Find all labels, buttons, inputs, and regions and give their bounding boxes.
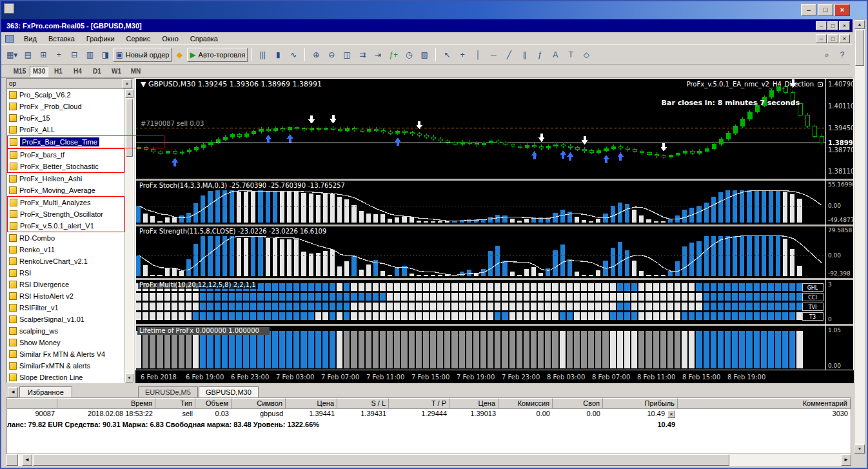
cursor-button[interactable]: ↖ [439,48,455,62]
timeframe-d1-button[interactable]: D1 [88,66,106,77]
order-cell[interactable]: 0.00 [498,409,553,420]
navigator-item[interactable]: RSI HistoAlert v2 [7,290,124,302]
navigator-item[interactable]: Show Money [7,337,124,348]
navigator-item[interactable]: ProFx_v.5.0.1_alert_V1 [8,220,124,232]
chart-dropdown-button[interactable]: ▦▾ [4,48,20,62]
timeframe-w1-button[interactable]: W1 [107,66,126,77]
mdi-close-button[interactable]: × [839,21,850,30]
hscroll-track[interactable] [730,454,841,466]
channel-button[interactable]: ∥ [517,48,532,62]
data-window-button[interactable]: + [51,48,66,62]
order-cell[interactable]: gbpusd [232,409,286,420]
horizontal-scrollbar[interactable]: ◄ ► [6,454,851,466]
navigator-item[interactable]: Pro_Scalp_V6.2 [7,89,124,101]
navigator-item[interactable]: scalping_ws [7,325,124,337]
profiles-button[interactable]: ▤ [20,48,35,62]
navigator-item[interactable]: ProFx _Prob_Cloud [7,101,124,112]
menu-item[interactable]: Вид [18,34,43,44]
indicators-button[interactable]: ƒ+ [386,48,401,62]
vertical-line-button[interactable]: │ [470,48,486,62]
autotrading-button[interactable]: ▶Авто-торговля [187,48,248,62]
navigator-item[interactable]: SimilarFxMTN & alerts [7,360,124,372]
navigator-item[interactable]: RenkoLiveChart_v2.1 [7,255,124,267]
trendline-button[interactable]: ╱ [501,48,517,62]
menu-item[interactable]: Вставка [43,34,81,44]
mdi-minimize-button[interactable]: – [816,34,827,43]
order-cell[interactable]: 90087 [7,409,57,420]
timeframe-m15-button[interactable]: M15 [10,66,29,77]
order-cell[interactable]: 0.03 [195,409,232,420]
order-cell[interactable]: 1.39441 [286,409,337,420]
navigator-item[interactable]: ProFx_Multi_Analyzes [8,197,124,208]
navigator-item[interactable]: ProFx_Bar_Close_Time [8,136,164,148]
vscroll-track[interactable] [854,66,865,444]
open-order-row[interactable]: 900872018.02.08 18:53:22sell0.03gbpusd1.… [7,409,851,420]
new-order-button[interactable]: ▣Новый ордер [113,48,172,62]
label-button[interactable]: T [563,48,578,62]
navigator-item[interactable]: RSI [7,267,124,279]
shapes-button[interactable]: ◇ [578,48,594,62]
chart-menu-icon[interactable] [5,35,14,43]
navigator-item[interactable]: Slope Direction Line [7,372,124,383]
navigator-item[interactable]: RSIFilter_v1 [7,302,124,314]
navigator-button[interactable]: ⊟ [66,48,82,62]
navigator-item[interactable]: ProFx_ALL [7,124,124,135]
text-button[interactable]: A [547,48,563,62]
menu-item[interactable]: Графики [81,34,121,44]
order-cell[interactable]: 3030 [678,409,851,420]
scroll-right-icon[interactable]: ► [841,454,851,466]
chart-area[interactable]: ▼ GBPUSD,M30 1.39245 1.39306 1.38969 1.3… [135,78,854,383]
market-watch-button[interactable]: ⊞ [35,48,51,62]
maximize-button[interactable]: □ [818,4,833,16]
close-position-icon[interactable]: × [667,410,675,418]
order-cell[interactable]: 1.39431 [337,409,389,420]
horizontal-line-button[interactable]: ─ [486,48,501,62]
line-chart-button[interactable]: ∿ [286,48,301,62]
navigator-item[interactable]: ProFx_Strength_Oscillator [8,208,124,220]
navigator-item[interactable]: Renko_v11 [7,244,124,255]
mdi-minimize-button[interactable]: – [816,21,827,30]
navigator-item[interactable]: RSI Divergence [7,279,124,290]
navigator-close-icon[interactable]: × [123,79,132,88]
metaeditor-button[interactable]: ◆ [172,48,187,62]
menu-item[interactable]: Справка [184,34,224,44]
chart-canvas[interactable]: ▼ GBPUSD,M30 1.39245 1.39306 1.38969 1.3… [135,78,854,383]
menu-item[interactable]: Сервис [121,34,157,44]
bar-chart-button[interactable]: ||| [255,48,270,62]
zoom-out-button[interactable]: ⊖ [324,48,339,62]
order-cell[interactable]: 2018.02.08 18:53:22 [57,409,155,420]
crosshair-button[interactable]: + [455,48,470,62]
timeframe-h1-button[interactable]: H1 [49,66,68,77]
navigator-item[interactable]: ScalperSignal_v1.01 [7,314,124,325]
order-cell[interactable]: 10.49× [603,409,678,420]
vscroll-thumb[interactable] [855,30,864,66]
order-cell[interactable]: 1.39013 [449,409,498,420]
tile-windows-button[interactable]: ◫ [339,48,355,62]
mdi-restore-button[interactable]: □ [827,21,838,30]
vertical-scrollbar[interactable]: ▲ ▼ [854,19,865,454]
timeframe-mn-button[interactable]: MN [126,66,145,77]
close-button[interactable]: × [834,4,850,16]
scroll-down-icon[interactable]: ▼ [125,374,133,383]
auto-scroll-button[interactable]: ⇉ [355,48,370,62]
mdi-close-button[interactable]: × [839,34,850,43]
favorites-tab[interactable]: Избранное [19,386,72,397]
chart-shift-button[interactable]: ⇥ [370,48,386,62]
chart-tab[interactable]: GBPUSD,M30 [199,386,259,397]
scroll-up-icon[interactable]: ▲ [125,89,133,98]
strategy-tester-button[interactable]: ◨ [97,48,113,62]
order-cell[interactable]: 1.29444 [389,409,449,420]
templates-button[interactable]: ▧ [417,48,432,62]
navigator-item[interactable]: ProFx_bars_tf [8,149,124,161]
terminal-button[interactable]: ▥ [82,48,97,62]
scroll-left-icon[interactable]: ◄ [22,454,32,466]
navigator-scrollbar[interactable]: ▲ ▼ [124,89,133,383]
zoom-in-button[interactable]: ⊕ [308,48,324,62]
timeframe-m30-button[interactable]: M30 [30,66,48,77]
navigator-item[interactable]: ProFx_15 [7,112,124,124]
help-button[interactable]: ? [834,48,850,62]
navigator-item[interactable]: ProFx_Better_Stochastic [8,161,124,172]
search-button[interactable]: ⌕ [819,48,834,62]
navigator-item[interactable]: Similar Fx MTN & Alerts V4 [7,348,124,360]
minimize-button[interactable]: – [801,4,816,16]
